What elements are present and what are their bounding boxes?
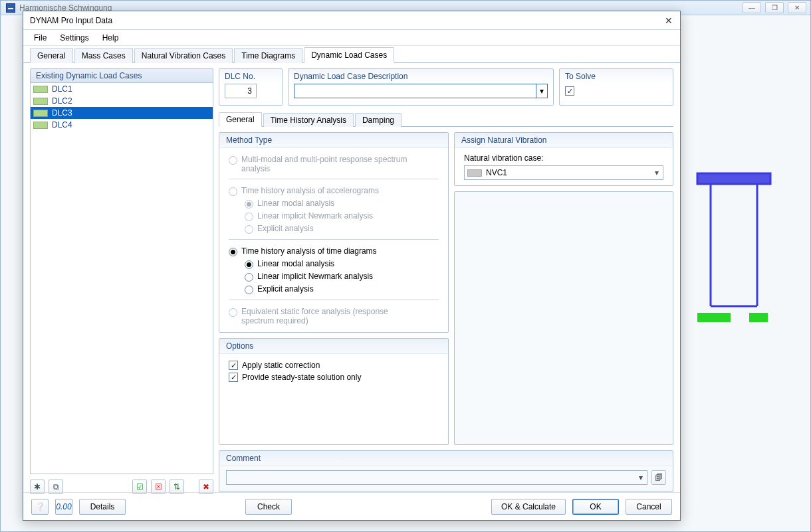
background-3d-model (671, 167, 790, 355)
comment-legend: Comment (219, 451, 673, 466)
dialog-title: DYNAM Pro Input Data (30, 16, 112, 25)
dlc-description-group: Dynamic Load Case Description ▾ (288, 68, 554, 106)
comment-input[interactable]: ▾ (226, 470, 647, 485)
existing-dlc-title: Existing Dynamic Load Cases (30, 68, 213, 82)
list-item-label: DLC4 (52, 120, 72, 130)
assign-nv-legend: Assign Natural Vibration (455, 133, 673, 148)
tab-dynamic-load-cases[interactable]: Dynamic Load Cases (304, 47, 394, 63)
parent-window-controls: — ❐ ✕ (743, 2, 806, 13)
existing-dlc-panel: Existing Dynamic Load Cases DLC1 DLC2 DL… (30, 68, 213, 474)
method-type-legend: Method Type (219, 133, 448, 148)
comment-group: Comment ▾ 🗐 (219, 450, 673, 492)
radio-td-newmark[interactable] (245, 273, 253, 282)
steady-state-label: Provide steady-state solution only (242, 373, 361, 382)
radio-accel-linear-modal-label: Linear modal analysis (257, 199, 334, 208)
chevron-down-icon: ▾ (651, 168, 663, 177)
assign-natural-vibration-group: Assign Natural Vibration Natural vibrati… (454, 132, 673, 186)
tab-dlc-general[interactable]: General (219, 112, 262, 127)
ok-button[interactable]: OK (572, 499, 619, 515)
menu-file[interactable]: File (31, 32, 49, 44)
ok-calculate-button[interactable]: OK & Calculate (491, 499, 566, 515)
options-legend: Options (219, 339, 448, 354)
cancel-button[interactable]: Cancel (626, 499, 672, 515)
radio-td-explicit[interactable] (245, 286, 253, 294)
list-item-label: DLC3 (52, 108, 72, 118)
dlc-no-label: DLC No. (225, 72, 277, 81)
preview-placeholder (454, 191, 673, 445)
nvc-select-value: NVC1 (486, 168, 507, 177)
svg-rect-4 (697, 313, 731, 322)
natural-vibration-case-select[interactable]: NVC1 ▾ (464, 165, 663, 180)
list-item[interactable]: DLC4 (31, 119, 213, 131)
radio-accel-newmark-label: Linear implicit Newmark analysis (257, 211, 373, 221)
existing-dlc-list[interactable]: DLC1 DLC2 DLC3 DLC4 (30, 82, 213, 474)
radio-td-explicit-label: Explicit analysis (257, 284, 314, 294)
to-solve-group: To Solve ✓ (559, 68, 673, 106)
close-button[interactable]: ✕ (661, 14, 676, 27)
method-type-group: Method Type Multi-modal and multi-point … (219, 132, 449, 333)
tab-time-history-analysis[interactable]: Time History Analysis (263, 113, 354, 127)
tab-time-diagrams[interactable]: Time Diagrams (234, 48, 302, 63)
list-item[interactable]: DLC1 (31, 83, 213, 95)
menu-settings[interactable]: Settings (57, 32, 91, 44)
dlc-color-chip (33, 86, 48, 93)
dlc-description-label: Dynamic Load Case Description (294, 72, 548, 81)
radio-equivalent-static-label: Equivalent static force analysis (respon… (241, 307, 414, 325)
menubar: File Settings Help (23, 30, 680, 46)
dlc-no-group: DLC No. (219, 68, 283, 106)
radio-multimodal-label: Multi-modal and multi-point response spe… (241, 155, 414, 173)
to-solve-label: To Solve (565, 72, 667, 81)
radio-time-diagrams[interactable] (229, 248, 237, 256)
radio-accel-newmark (245, 213, 253, 221)
dlc-color-chip (33, 110, 48, 117)
tab-damping[interactable]: Damping (355, 113, 402, 127)
dlc-description-input[interactable] (294, 84, 536, 98)
nvc-color-chip (467, 169, 482, 177)
radio-accel-linear-modal (245, 200, 253, 209)
dialog-header: DYNAM Pro Input Data ✕ (23, 11, 680, 30)
list-item-label: DLC1 (52, 84, 72, 94)
help-button[interactable]: ❔ (31, 499, 49, 515)
radio-accel-explicit-label: Explicit analysis (257, 224, 314, 233)
steady-state-checkbox[interactable]: ✓ (229, 373, 238, 382)
dialog-window: DYNAM Pro Input Data ✕ File Settings Hel… (23, 11, 681, 521)
dlc-no-input[interactable] (225, 84, 257, 98)
top-tab-strip: General Mass Cases Natural Vibration Cas… (23, 46, 680, 63)
radio-multimodal (229, 156, 237, 165)
units-button[interactable]: 0.00 (55, 499, 72, 515)
dlc-color-chip (33, 98, 48, 105)
radio-accel-explicit (245, 225, 253, 234)
maximize-button[interactable]: ❐ (765, 2, 784, 13)
radio-td-newmark-label: Linear implicit Newmark analysis (257, 272, 373, 281)
app-icon (6, 3, 15, 13)
svg-rect-5 (749, 313, 768, 322)
apply-static-correction-checkbox[interactable]: ✓ (229, 361, 238, 370)
radio-td-linear-modal[interactable] (245, 260, 253, 269)
tab-natural-vibration-cases[interactable]: Natural Vibration Cases (134, 48, 233, 63)
radio-accelerograms (229, 187, 237, 196)
dlc-description-dropdown[interactable]: ▾ (536, 84, 548, 98)
comment-library-button[interactable]: 🗐 (651, 470, 666, 485)
apply-static-correction-label: Apply static correction (242, 361, 320, 370)
chevron-down-icon: ▾ (635, 473, 647, 482)
minimize-button[interactable]: — (743, 2, 761, 13)
radio-accelerograms-label: Time history analysis of accelerograms (241, 186, 379, 195)
radio-td-linear-modal-label: Linear modal analysis (257, 259, 334, 268)
close-parent-button[interactable]: ✕ (788, 2, 806, 13)
mid-tab-strip: General Time History Analysis Damping (219, 111, 673, 127)
radio-time-diagrams-label: Time history analysis of time diagrams (241, 246, 377, 256)
menu-help[interactable]: Help (100, 32, 122, 44)
check-button[interactable]: Check (245, 499, 292, 515)
list-item-label: DLC2 (52, 96, 72, 106)
list-item[interactable]: DLC3 (31, 107, 213, 119)
dialog-footer: ❔ 0.00 Details Check OK & Calculate OK C… (23, 492, 680, 520)
dlc-color-chip (33, 122, 48, 129)
list-item[interactable]: DLC2 (31, 95, 213, 107)
details-button[interactable]: Details (79, 499, 126, 515)
radio-equivalent-static (229, 308, 237, 317)
svg-rect-0 (697, 173, 770, 184)
to-solve-checkbox[interactable]: ✓ (565, 86, 574, 96)
tab-general[interactable]: General (30, 48, 73, 63)
tab-mass-cases[interactable]: Mass Cases (74, 48, 133, 63)
options-group: Options ✓ Apply static correction ✓ Prov… (219, 338, 449, 445)
